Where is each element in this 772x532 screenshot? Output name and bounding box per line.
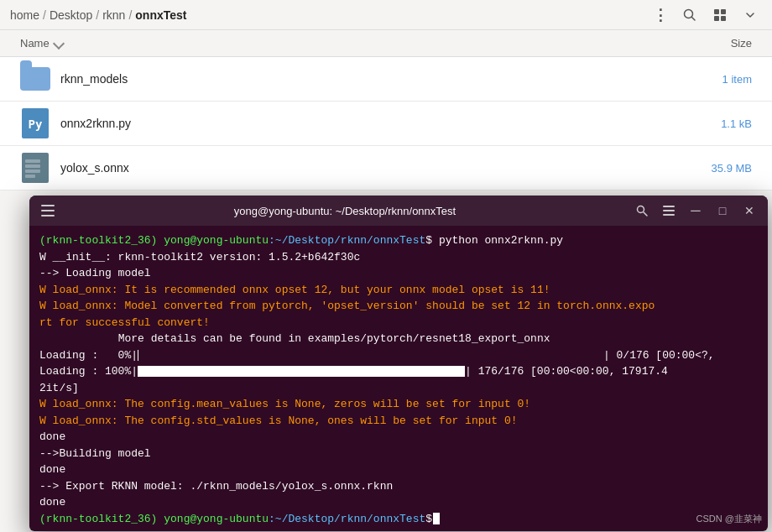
terminal-line-4: W load_onnx: It is recommended onnx opse…: [39, 282, 758, 299]
svg-rect-13: [41, 205, 55, 206]
file-size-onnx2rknn: 1.1 kB: [668, 117, 752, 130]
svg-rect-12: [25, 175, 35, 178]
menu-button[interactable]: ⋮: [648, 3, 671, 27]
file-size-yolox: 35.9 MB: [668, 162, 752, 175]
terminal-menu-icon[interactable]: [36, 199, 60, 222]
grid-view-button[interactable]: [708, 3, 732, 27]
terminal-search-button[interactable]: [630, 199, 654, 222]
search-button[interactable]: [678, 3, 702, 27]
svg-rect-15: [41, 215, 55, 216]
breadcrumb-home[interactable]: home: [10, 8, 39, 22]
terminal-line-loading100: Loading : 100%|| 176/176 [00:00<00:00, 1…: [39, 363, 758, 380]
folder-icon: [20, 64, 50, 94]
sort-icon: [53, 37, 65, 49]
terminal-line-loading-cont: 2it/s]: [39, 380, 758, 397]
titlebar: home / Desktop / rknn / onnxTest ⋮: [0, 0, 772, 30]
svg-line-17: [644, 212, 647, 216]
terminal-line-2: W __init__: rknn-toolkit2 version: 1.5.2…: [39, 249, 758, 266]
svg-rect-4: [714, 16, 719, 21]
terminal-line-13: done: [39, 494, 758, 511]
search-icon: [683, 8, 696, 22]
terminal-line-5: W load_onnx: Model converted from pytorc…: [39, 298, 758, 315]
terminal-line-8: W load_onnx: The config.std_values is No…: [39, 413, 758, 430]
terminal-line-9: done: [39, 429, 758, 446]
svg-rect-18: [663, 206, 675, 207]
terminal-window-controls: ─ □ ✕: [630, 199, 761, 222]
terminal-close-button[interactable]: ✕: [738, 199, 761, 222]
breadcrumb-current[interactable]: onnxTest: [135, 8, 186, 22]
svg-rect-2: [714, 9, 719, 14]
breadcrumb-rknn[interactable]: rknn: [102, 8, 125, 22]
terminal-titlebar: yong@yong-ubuntu: ~/Desktop/rknn/onnxTes…: [29, 196, 768, 226]
sep-3: /: [128, 8, 132, 22]
file-name-rknn-models: rknn_models: [60, 72, 668, 86]
file-row-yolox[interactable]: yolox_s.onnx 35.9 MB: [0, 146, 772, 190]
svg-rect-9: [25, 159, 40, 163]
terminal-line-1: (rknn-toolkit2_36) yong@yong-ubuntu:~/De…: [39, 232, 758, 249]
file-row-rknn-models[interactable]: rknn_models 1 item: [0, 57, 772, 102]
svg-rect-11: [25, 170, 40, 173]
terminal-minimize-button[interactable]: ─: [684, 199, 707, 222]
svg-text:Py: Py: [29, 117, 43, 131]
python-file-icon: Py: [20, 108, 50, 138]
file-name-yolox: yolox_s.onnx: [60, 161, 668, 175]
python-icon-svg: Py: [22, 108, 49, 138]
terminal-maximize-button[interactable]: □: [711, 199, 734, 222]
svg-rect-20: [663, 214, 675, 216]
terminal-line-6: More details can be found in examples/py…: [39, 331, 758, 347]
terminal-line-5b: rt for successful convert!: [39, 315, 758, 331]
svg-rect-19: [663, 210, 675, 211]
file-row-onnx2rknn[interactable]: Py onnx2rknn.py 1.1 kB: [0, 102, 772, 146]
watermark: CSDN @韭菜神: [696, 513, 762, 525]
svg-line-1: [692, 17, 696, 20]
terminal-body[interactable]: (rknn-toolkit2_36) yong@yong-ubuntu:~/De…: [29, 226, 768, 531]
terminal-line-10: -->Building model: [39, 446, 758, 462]
terminal-window: yong@yong-ubuntu: ~/Desktop/rknn/onnxTes…: [29, 196, 768, 531]
terminal-line-7: W load_onnx: The config.mean_values is N…: [39, 396, 758, 413]
terminal-hamburger-button[interactable]: [657, 199, 681, 222]
titlebar-actions: ⋮: [648, 3, 762, 27]
grid-icon: [713, 8, 727, 22]
file-name-onnx2rknn: onnx2rknn.py: [60, 117, 668, 130]
svg-point-16: [638, 206, 644, 213]
svg-rect-5: [721, 16, 726, 21]
chevron-down-icon: [745, 10, 755, 20]
onnx-icon-svg: [22, 153, 49, 183]
chevron-down-button[interactable]: [738, 3, 762, 27]
name-column-header[interactable]: Name: [20, 37, 668, 50]
onnx-file-icon: [20, 153, 50, 183]
terminal-line-loading0: Loading : 0%| | 0/176 [00:00<?,: [39, 347, 758, 364]
svg-rect-10: [25, 164, 40, 168]
breadcrumb: home / Desktop / rknn / onnxTest: [10, 8, 648, 22]
file-size-rknn-models: 1 item: [668, 73, 752, 86]
menu-icon: ⋮: [653, 6, 667, 24]
terminal-title: yong@yong-ubuntu: ~/Desktop/rknn/onnxTes…: [60, 205, 630, 217]
svg-rect-3: [721, 9, 726, 14]
terminal-line-end: (rknn-toolkit2_36) yong@yong-ubuntu:~/De…: [39, 511, 758, 528]
breadcrumb-desktop[interactable]: Desktop: [50, 8, 92, 22]
sep-2: /: [96, 8, 99, 22]
size-column-header[interactable]: Size: [668, 37, 752, 50]
terminal-line-3: --> Loading model: [39, 265, 758, 282]
file-list-header: Name Size: [0, 30, 772, 57]
sep-1: /: [43, 8, 46, 22]
terminal-line-11: done: [39, 462, 758, 478]
terminal-line-12: --> Export RKNN model: ./rknn_models/yol…: [39, 478, 758, 495]
svg-rect-14: [41, 210, 55, 211]
